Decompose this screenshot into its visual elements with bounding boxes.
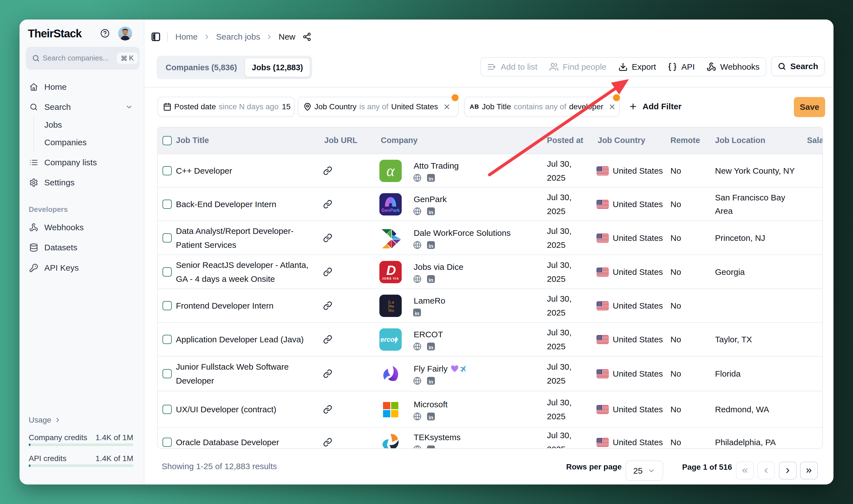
svg-text:α: α	[386, 162, 395, 179]
svg-text:GenPark: GenPark	[381, 208, 400, 213]
svg-text:Ro: Ro	[389, 309, 394, 313]
svg-text:ercot: ercot	[381, 336, 397, 343]
svg-text:D: D	[386, 263, 396, 278]
svg-text:JOBS VIA: JOBS VIA	[382, 277, 399, 280]
